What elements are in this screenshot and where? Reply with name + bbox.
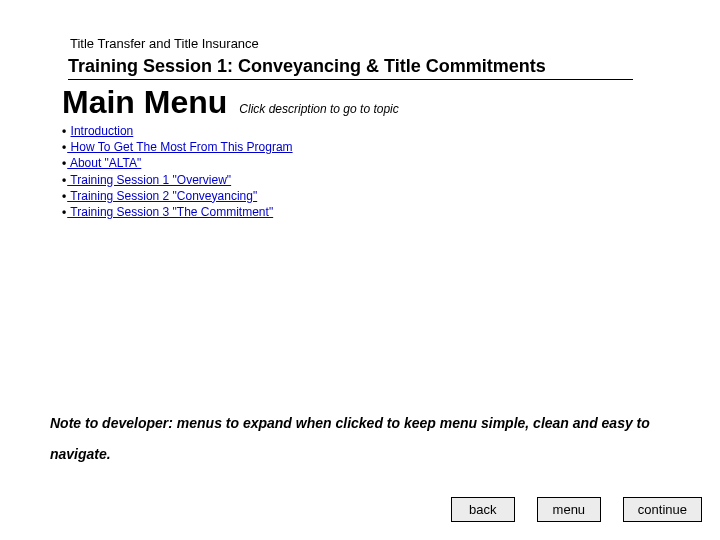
continue-button[interactable]: continue [623,497,702,522]
session-title: Training Session 1: Conveyancing & Title… [68,56,633,80]
menu-item-howto: • How To Get The Most From This Program [62,139,293,155]
bullet-icon: • [62,124,66,138]
menu-item-session3: • Training Session 3 "The Commitment" [62,204,293,220]
menu-link-about-alta[interactable]: About "ALTA" [67,156,141,170]
back-button[interactable]: back [451,497,515,522]
menu-link-session1[interactable]: Training Session 1 "Overview" [67,173,231,187]
menu-item-about-alta: • About "ALTA" [62,155,293,171]
menu-link-howto[interactable]: How To Get The Most From This Program [67,140,292,154]
bullet-icon: • [62,189,66,203]
bullet-icon: • [62,173,66,187]
main-menu-title: Main Menu [62,84,227,121]
bullet-icon: • [62,156,66,170]
main-menu-hint: Click description to go to topic [239,102,398,116]
menu-list: • Introduction • How To Get The Most Fro… [62,123,293,220]
menu-item-session2: • Training Session 2 "Conveyancing" [62,188,293,204]
developer-note: Note to developer: menus to expand when … [50,408,670,470]
nav-buttons: back menu continue [451,497,702,522]
menu-item-introduction: • Introduction [62,123,293,139]
menu-link-session3[interactable]: Training Session 3 "The Commitment" [67,205,273,219]
menu-link-introduction[interactable]: Introduction [71,124,134,138]
menu-button[interactable]: menu [537,497,601,522]
menu-item-session1: • Training Session 1 "Overview" [62,172,293,188]
course-name: Title Transfer and Title Insurance [70,36,259,51]
bullet-icon: • [62,140,66,154]
main-menu-header: Main Menu Click description to go to top… [62,84,399,121]
bullet-icon: • [62,205,66,219]
menu-link-session2[interactable]: Training Session 2 "Conveyancing" [67,189,257,203]
